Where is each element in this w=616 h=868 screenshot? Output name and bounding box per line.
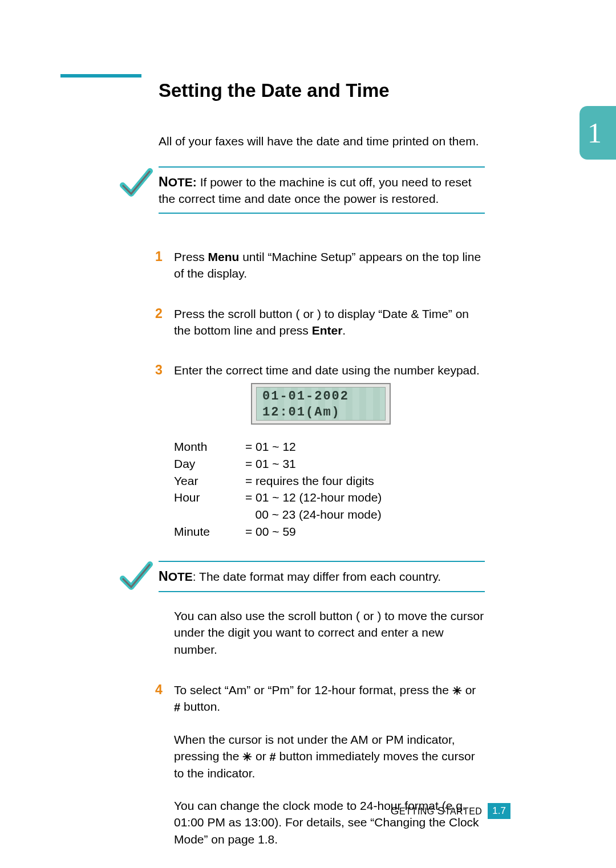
step-number: 2 bbox=[155, 304, 163, 323]
note-block: NOTE: If power to the machine is cut off… bbox=[159, 166, 485, 214]
value-ranges: Month= 01 ~ 12 Day= 01 ~ 31 Year= requir… bbox=[174, 438, 485, 540]
range-label: Month bbox=[174, 438, 245, 455]
note-text: : The date format may differ from each c… bbox=[193, 570, 441, 583]
step-number: 1 bbox=[155, 247, 163, 266]
range-value: = requires the four digits bbox=[245, 472, 485, 490]
step-1: 1 Press Menu until “Machine Setup” appea… bbox=[174, 248, 485, 282]
text: button. bbox=[180, 700, 220, 713]
manual-page: 1 Setting the Date and Time All of your … bbox=[0, 0, 616, 868]
accent-bar bbox=[60, 74, 141, 78]
note-label: NOTE: bbox=[159, 176, 197, 189]
check-icon bbox=[119, 166, 153, 201]
intro-paragraph: All of your faxes will have the date and… bbox=[159, 133, 485, 149]
step-3: 3 Enter the correct time and date using … bbox=[174, 362, 485, 378]
text: Enter the correct time and date using th… bbox=[174, 364, 480, 377]
step-number: 3 bbox=[155, 361, 163, 379]
chapter-thumb-tab: 1 bbox=[579, 106, 616, 160]
chapter-number: 1 bbox=[587, 116, 602, 149]
range-value: = 01 ~ 12 (12-hour mode) bbox=[245, 489, 485, 506]
lcd-line-1: 01-01-2002 bbox=[262, 389, 379, 405]
asterisk-icon: ✳ bbox=[242, 751, 252, 763]
step-2: 2 Press the scroll button ( or ) to disp… bbox=[174, 305, 485, 339]
note-text: If power to the machine is cut off, you … bbox=[159, 176, 472, 205]
range-label: Day bbox=[174, 455, 245, 472]
note-label: NOTE bbox=[159, 570, 193, 583]
range-value: 00 ~ 23 (24-hour mode) bbox=[245, 506, 485, 523]
text: or bbox=[462, 683, 476, 696]
hash-icon: # bbox=[174, 701, 180, 714]
paragraph: When the cursor is not under the AM or P… bbox=[174, 731, 485, 781]
keyword-enter: Enter bbox=[312, 324, 343, 337]
section-name: GETTING STARTED bbox=[391, 805, 483, 817]
keyword-menu: Menu bbox=[208, 250, 240, 263]
paragraph: You can also use the scroll button ( or … bbox=[174, 608, 485, 658]
range-label: Minute bbox=[174, 523, 245, 540]
range-label: Hour bbox=[174, 489, 245, 506]
asterisk-icon: ✳ bbox=[452, 684, 462, 697]
text: Press bbox=[174, 250, 208, 263]
text: To select “Am” or “Pm” for 12-hour forma… bbox=[174, 683, 452, 696]
page-footer: GETTING STARTED 1.7 bbox=[391, 803, 510, 819]
step-number: 4 bbox=[155, 680, 163, 699]
range-value: = 01 ~ 12 bbox=[245, 438, 485, 455]
lcd-inner: 01-01-2002 12:01(Am) bbox=[256, 387, 386, 421]
lcd-display: 01-01-2002 12:01(Am) bbox=[251, 383, 391, 425]
lcd-line-2: 12:01(Am) bbox=[262, 405, 379, 421]
text: . bbox=[342, 324, 346, 337]
range-value: = 00 ~ 59 bbox=[245, 523, 485, 540]
hash-icon: # bbox=[270, 751, 276, 763]
step-4: 4 To select “Am” or “Pm” for 12-hour for… bbox=[174, 682, 485, 847]
note-block: NOTE: The date format may differ from ea… bbox=[159, 561, 485, 592]
page-title: Setting the Date and Time bbox=[159, 80, 390, 101]
range-label bbox=[174, 506, 245, 523]
range-label: Year bbox=[174, 472, 245, 490]
page-number-box: 1.7 bbox=[488, 803, 510, 819]
range-value: = 01 ~ 31 bbox=[245, 455, 485, 472]
check-icon bbox=[119, 560, 153, 594]
